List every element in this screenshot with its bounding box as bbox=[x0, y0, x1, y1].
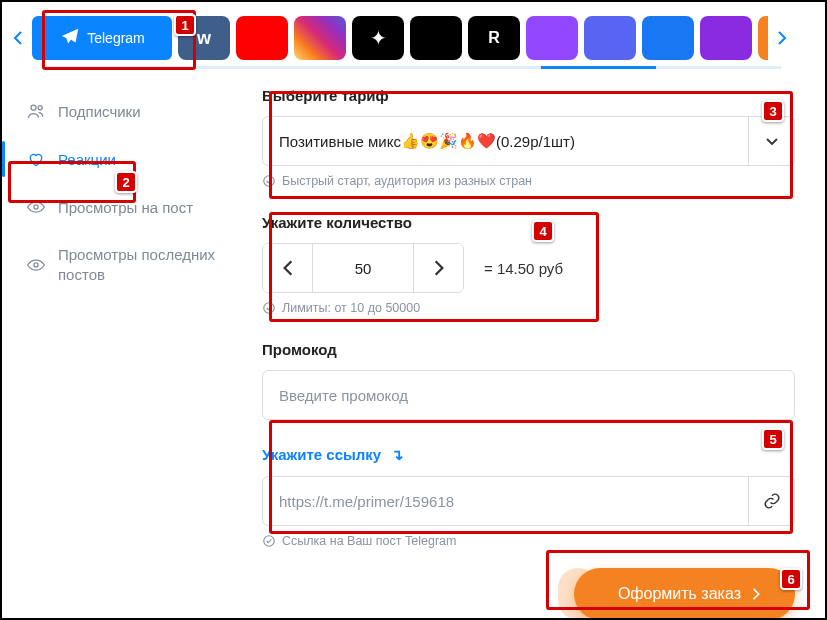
quantity-hint: Лимиты: от 10 до 50000 bbox=[262, 301, 795, 315]
chevron-down-icon bbox=[748, 117, 794, 165]
svg-point-12 bbox=[264, 303, 275, 314]
platform-tab-instagram[interactable] bbox=[294, 16, 346, 60]
link-label-text: Укажите ссылку bbox=[262, 446, 381, 463]
promo-label: Промокод bbox=[262, 341, 795, 358]
arrow-down-icon: ↴ bbox=[391, 446, 404, 463]
promo-field: Промокод Введите промокод bbox=[262, 341, 795, 420]
star-icon: ✦ bbox=[370, 26, 387, 50]
platforms-next[interactable] bbox=[774, 18, 790, 58]
hint-text: Ссылка на Ваш пост Telegram bbox=[282, 534, 456, 548]
eye-icon bbox=[26, 197, 46, 217]
platform-tab-discord[interactable] bbox=[584, 16, 636, 60]
platform-tab-telegram[interactable]: Telegram bbox=[32, 16, 172, 60]
check-circle-icon bbox=[262, 534, 276, 548]
platform-tab-twitch[interactable] bbox=[526, 16, 578, 60]
submit-button[interactable]: Оформить заказ bbox=[574, 568, 795, 620]
vk-icon: w bbox=[197, 28, 211, 49]
tariff-hint: Быстрый старт, аудитория из разных стран bbox=[262, 174, 795, 188]
quantity-field: Укажите количество 50 = 14.50 руб Лимиты… bbox=[262, 214, 795, 315]
tariff-value-suffix: (0.29р/1шт) bbox=[496, 133, 575, 150]
link-label: Укажите ссылку ↴ bbox=[262, 446, 795, 464]
submit-label: Оформить заказ bbox=[618, 585, 741, 603]
platform-tab-more[interactable] bbox=[758, 16, 768, 60]
annotation-badge-5: 5 bbox=[762, 428, 784, 450]
sidebar-item-label: Подписчики bbox=[58, 103, 141, 120]
platform-tab-youtube[interactable] bbox=[236, 16, 288, 60]
tariff-label: Выберите тариф bbox=[262, 87, 795, 104]
sidebar-item-views-last[interactable]: Просмотры последних постов bbox=[12, 231, 242, 298]
sidebar-item-label: Просмотры на пост bbox=[58, 199, 193, 216]
link-hint: Ссылка на Ваш пост Telegram bbox=[262, 534, 795, 548]
annotation-badge-3: 3 bbox=[762, 100, 784, 122]
link-input[interactable]: https://t.me/primer/159618 bbox=[262, 476, 795, 526]
hint-text: Быстрый старт, аудитория из разных стран bbox=[282, 174, 532, 188]
promo-placeholder: Введите промокод bbox=[279, 387, 408, 404]
submit-row: Оформить заказ bbox=[262, 568, 795, 620]
annotation-badge-6: 6 bbox=[780, 568, 802, 590]
sidebar-item-label: Реакции bbox=[58, 151, 116, 168]
platforms-prev[interactable] bbox=[10, 18, 26, 58]
link-field: Укажите ссылку ↴ https://t.me/primer/159… bbox=[262, 446, 795, 548]
platform-tab-likee[interactable] bbox=[700, 16, 752, 60]
chevron-right-icon bbox=[751, 587, 761, 601]
hint-text: Лимиты: от 10 до 50000 bbox=[282, 301, 420, 315]
promo-input[interactable]: Введите промокод bbox=[262, 370, 795, 420]
tariff-select[interactable]: Позитивные микс 👍😍🎉🔥❤️ (0.29р/1шт) bbox=[262, 116, 795, 166]
price-display: = 14.50 руб bbox=[484, 260, 563, 277]
platform-tab-rutube[interactable]: R bbox=[468, 16, 520, 60]
tabs-underline bbox=[46, 66, 781, 69]
link-placeholder: https://t.me/primer/159618 bbox=[279, 493, 454, 510]
sidebar-item-label: Просмотры последних постов bbox=[58, 245, 228, 284]
check-circle-icon bbox=[262, 174, 276, 188]
telegram-icon bbox=[59, 26, 81, 51]
svg-point-11 bbox=[264, 176, 275, 187]
quantity-decrease[interactable] bbox=[263, 244, 313, 292]
tariff-emojis: 👍😍🎉🔥❤️ bbox=[401, 132, 496, 150]
tariff-field: Выберите тариф Позитивные микс 👍😍🎉🔥❤️ (0… bbox=[262, 87, 795, 188]
platform-tab-star[interactable]: ✦ bbox=[352, 16, 404, 60]
annotation-badge-2: 2 bbox=[115, 171, 137, 193]
svg-point-13 bbox=[264, 536, 275, 547]
annotation-badge-1: 1 bbox=[174, 14, 196, 36]
link-icon bbox=[748, 477, 794, 525]
sidebar: Подписчики Реакции Просмотры на пост Про… bbox=[2, 87, 242, 620]
eye-icon bbox=[26, 255, 46, 275]
main-form: Выберите тариф Позитивные микс 👍😍🎉🔥❤️ (0… bbox=[242, 87, 825, 620]
quantity-label: Укажите количество bbox=[262, 214, 795, 231]
svg-point-9 bbox=[34, 205, 38, 209]
quantity-value[interactable]: 50 bbox=[313, 244, 413, 292]
platform-tab-label: Telegram bbox=[87, 30, 145, 46]
tariff-value-prefix: Позитивные микс bbox=[279, 133, 401, 150]
quantity-stepper: 50 bbox=[262, 243, 464, 293]
svg-point-7 bbox=[31, 105, 36, 110]
svg-point-10 bbox=[34, 262, 38, 266]
annotation-badge-4: 4 bbox=[532, 220, 554, 242]
platforms-tabs: Telegram w ✦ R bbox=[2, 2, 825, 60]
heart-icon bbox=[26, 149, 46, 169]
rutube-icon: R bbox=[488, 29, 500, 47]
platform-tab-tiktok[interactable] bbox=[410, 16, 462, 60]
svg-point-8 bbox=[38, 106, 42, 110]
people-icon bbox=[26, 101, 46, 121]
quantity-increase[interactable] bbox=[413, 244, 463, 292]
check-circle-icon bbox=[262, 301, 276, 315]
sidebar-item-subscribers[interactable]: Подписчики bbox=[12, 87, 242, 135]
platform-tab-facebook[interactable] bbox=[642, 16, 694, 60]
